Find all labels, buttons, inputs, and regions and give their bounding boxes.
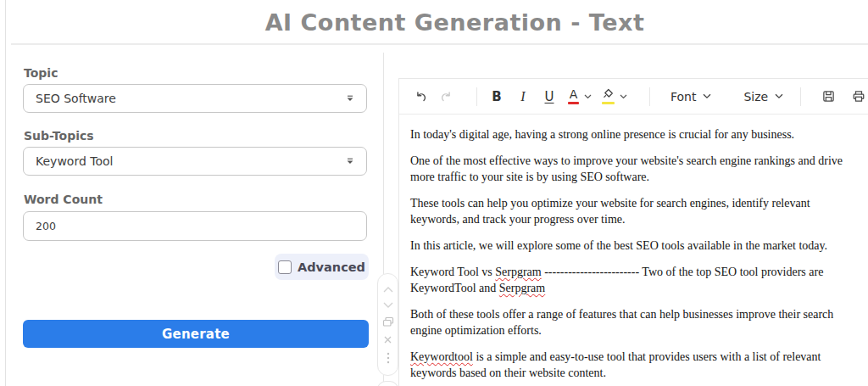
word-count-input[interactable] (23, 211, 367, 241)
editor-content[interactable]: In today's digital age, having a strong … (399, 115, 868, 381)
save-button[interactable] (821, 89, 836, 103)
advanced-label: Advanced (298, 260, 365, 274)
chevron-up-icon[interactable] (382, 286, 394, 294)
subtopics-select[interactable]: Keyword Tool (23, 147, 367, 176)
text-run: In this article, we will explore some of… (410, 239, 827, 252)
editor-paragraph: One of the most effective ways to improv… (410, 153, 868, 185)
chevron-down-icon[interactable] (620, 94, 627, 99)
more-vertical-icon[interactable] (387, 352, 390, 364)
title-divider (11, 43, 868, 45)
size-dropdown[interactable]: Size (743, 90, 783, 103)
redo-button[interactable] (439, 90, 453, 103)
topic-select-value: SEO Software (36, 92, 116, 105)
subtopics-select-value: Keyword Tool (36, 154, 113, 168)
page-left-border (5, 0, 6, 386)
close-icon[interactable] (383, 335, 392, 344)
editor-paragraph: These tools can help you optimize your w… (410, 195, 868, 227)
size-dropdown-label: Size (743, 90, 768, 103)
bold-button[interactable]: B (489, 89, 504, 104)
misspelled-word: Serpgram (499, 282, 545, 294)
chevron-down-icon (775, 93, 783, 99)
editor-paragraph: Both of these tools offer a range of fea… (410, 306, 868, 338)
app-window: AI Content Generation - Text Topic SEO S… (0, 0, 868, 386)
page-title: AI Content Generation - Text (6, 9, 868, 36)
font-color-icon: A (568, 88, 579, 104)
text-run: Both of these tools offer a range of fea… (410, 308, 833, 337)
text-run: One of the most effective ways to improv… (410, 154, 843, 183)
topic-label: Topic (24, 66, 58, 80)
highlight-color-button[interactable] (602, 88, 627, 104)
toolbar-separator (476, 87, 477, 106)
print-icon (851, 89, 866, 103)
chevron-down-icon (346, 158, 354, 165)
toolbar-separator (649, 87, 650, 106)
editor-paragraph: Keywordtool is a simple and easy-to-use … (410, 349, 868, 381)
font-dropdown-label: Font (670, 90, 696, 103)
text-run: These tools can help you optimize your w… (410, 197, 810, 226)
generate-button[interactable]: Generate (23, 320, 369, 348)
text-run: Keyword Tool vs (410, 266, 495, 278)
italic-button[interactable]: I (515, 89, 531, 104)
font-color-button[interactable]: A (568, 88, 592, 104)
copy-window-icon[interactable] (382, 316, 394, 327)
redo-icon (439, 90, 453, 103)
undo-icon (414, 90, 428, 103)
editor-toolbar: B I U A Font (399, 79, 868, 115)
editor-panel: B I U A Font (398, 78, 868, 386)
editor-paragraph: In today's digital age, having a strong … (410, 126, 868, 143)
advanced-checkbox[interactable] (278, 260, 292, 274)
chevron-down-icon[interactable] (584, 94, 592, 99)
advanced-toggle[interactable]: Advanced (275, 254, 369, 280)
subtopics-label: Sub-Topics (24, 129, 94, 143)
print-button[interactable] (851, 89, 866, 103)
panel-side-toolbar (377, 273, 398, 376)
misspelled-word: Keywordtool (410, 350, 473, 363)
editor-paragraph: Keyword Tool vs Serpgram ---------------… (410, 264, 868, 296)
text-run: In today's digital age, having a strong … (410, 128, 794, 141)
chevron-down-icon (346, 95, 354, 102)
font-dropdown[interactable]: Font (670, 90, 711, 103)
panel-side-toolbar-stub (377, 381, 398, 386)
underline-button[interactable]: U (542, 89, 557, 104)
editor-paragraph: In this article, we will explore some of… (410, 238, 868, 254)
word-count-label: Word Count (24, 193, 103, 206)
chevron-down-icon[interactable] (382, 301, 394, 309)
undo-button[interactable] (414, 90, 428, 103)
highlight-icon (602, 88, 615, 104)
save-icon (821, 89, 836, 103)
toolbar-separator (800, 87, 801, 106)
misspelled-word: Serpgram (495, 266, 541, 278)
chevron-down-icon (703, 93, 711, 99)
topic-select[interactable]: SEO Software (23, 84, 367, 113)
